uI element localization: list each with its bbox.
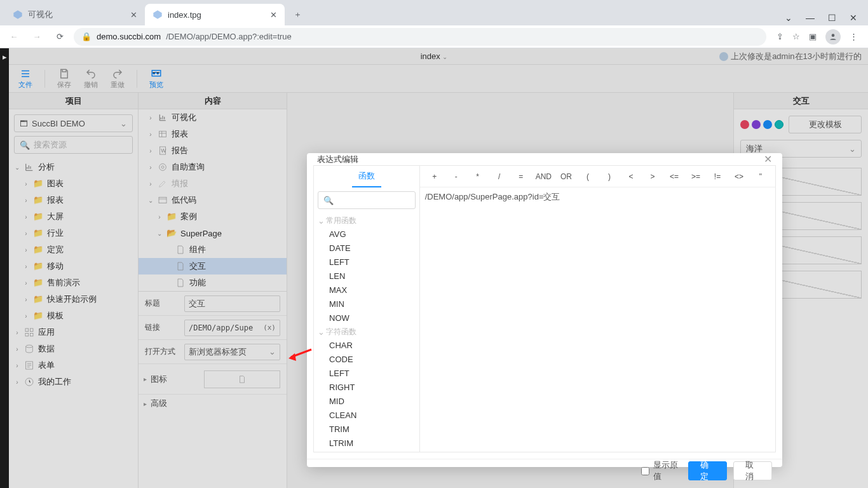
tree-mywork[interactable]: ›我的工作 [14, 374, 133, 390]
chevron-down-icon[interactable]: ⌄ [779, 13, 798, 23]
change-template-button[interactable]: 更改模板 [789, 116, 862, 133]
operator-<=[interactable]: <= [665, 171, 684, 182]
content-reporttbl[interactable]: ›报表 [139, 126, 287, 142]
tree-apps[interactable]: ›应用 [14, 324, 133, 341]
tree-fixed[interactable]: ›📁定宽 [14, 241, 133, 258]
content-comp[interactable]: 组件 [139, 241, 287, 258]
function-tab[interactable]: 函数 [352, 166, 381, 187]
content-selfquery[interactable]: ›自助查询 [139, 159, 287, 175]
content-lowcode[interactable]: ⌄低代码 [139, 192, 287, 208]
function-item[interactable]: LEFT [314, 367, 419, 381]
link-input[interactable]: /DEMO/app/Supe(x) [184, 320, 280, 336]
new-tab-button[interactable]: ＋ [288, 6, 306, 24]
file-button[interactable]: 文件 [13, 66, 38, 92]
expand-handle[interactable]: ▸ [0, 48, 9, 65]
operator-/[interactable]: / [490, 171, 509, 182]
tree-industry[interactable]: ›📁行业 [14, 225, 133, 241]
operator-!=[interactable]: != [708, 171, 727, 182]
star-icon[interactable]: ☆ [792, 32, 800, 41]
content-fill[interactable]: ›填报 [139, 175, 287, 192]
browser-tab-2[interactable]: index.tpg ✕ [145, 4, 285, 25]
function-item[interactable]: DATE [314, 241, 419, 255]
advanced-section[interactable]: ▸高级 [139, 395, 287, 412]
tree-bigscreen[interactable]: ›📁大屏 [14, 208, 133, 225]
function-item[interactable]: MAX [314, 283, 419, 297]
close-icon[interactable]: ✕ [764, 153, 772, 165]
chevron-down-icon[interactable]: ⌄ [442, 53, 447, 60]
content-visual[interactable]: ›可视化 [139, 109, 287, 126]
function-item[interactable]: NOW [314, 311, 419, 325]
tree-reports[interactable]: ›📁报表 [14, 192, 133, 208]
function-item[interactable]: AVG [314, 227, 419, 241]
operator-<>[interactable]: <> [729, 171, 749, 182]
tree-analysis[interactable]: ⌄分析 [14, 159, 133, 175]
search-input[interactable]: 🔍 搜索资源 [14, 136, 133, 154]
icon-section[interactable]: ▸图标 [139, 364, 287, 395]
operator-+[interactable]: + [425, 171, 444, 182]
url-field[interactable]: 🔒 demo.succbi.com/DEMO/app/DEMO.app?:edi… [74, 28, 766, 46]
operator-OR[interactable]: OR [557, 171, 576, 182]
profile-avatar[interactable] [825, 29, 841, 44]
tree-mobile[interactable]: ›📁移动 [14, 258, 133, 274]
operator-"[interactable]: " [751, 171, 770, 182]
content-report[interactable]: ›W报告 [139, 142, 287, 159]
close-window-icon[interactable]: ✕ [844, 13, 863, 23]
function-item[interactable]: LTRIM [314, 437, 419, 451]
function-item[interactable]: CLEAN [314, 409, 419, 423]
reload-button[interactable]: ⟳ [51, 28, 69, 46]
tree-presale[interactable]: ›📁售前演示 [14, 274, 133, 291]
function-item[interactable]: MIN [314, 297, 419, 311]
fx-button[interactable]: (x) [263, 323, 276, 332]
operator-*[interactable]: * [468, 171, 487, 182]
function-group[interactable]: ⌄字符函数 [314, 325, 419, 339]
browser-tab-1[interactable]: 可视化 ✕ [5, 4, 145, 25]
function-item[interactable]: LEN [314, 269, 419, 283]
ok-button[interactable]: 确定 [688, 461, 727, 480]
function-item[interactable]: CHAR [314, 339, 419, 353]
operator-AND[interactable]: AND [533, 171, 554, 182]
function-item[interactable]: CODE [314, 353, 419, 367]
content-superpage[interactable]: ⌄📂SuperPage [139, 225, 287, 241]
show-raw-checkbox[interactable]: 显示原值 [641, 459, 682, 482]
function-search[interactable]: 🔍 [318, 191, 416, 209]
icon-picker[interactable] [204, 370, 280, 388]
operator-=[interactable]: = [512, 171, 531, 182]
save-button[interactable]: 保存 [51, 66, 77, 92]
content-func[interactable]: 功能 [139, 274, 287, 291]
function-group[interactable]: ⌄常用函数 [314, 214, 419, 227]
open-select[interactable]: 新浏览器标签页⌄ [184, 344, 280, 360]
operator->[interactable]: > [643, 171, 662, 182]
project-selector[interactable]: 🗔SuccBI DEMO ⌄ [14, 114, 133, 132]
tree-quickstart[interactable]: ›📁快速开始示例 [14, 291, 133, 308]
share-icon[interactable]: ⇪ [776, 32, 783, 41]
tree-charts[interactable]: ›📁图表 [14, 175, 133, 192]
close-icon[interactable]: ✕ [130, 10, 137, 20]
operator--[interactable]: - [447, 171, 466, 182]
function-item[interactable]: MID [314, 395, 419, 409]
operator-([interactable]: ( [578, 171, 597, 182]
back-button[interactable]: ← [5, 28, 23, 46]
operator->=[interactable]: >= [686, 171, 705, 182]
operator-)[interactable]: ) [600, 171, 619, 182]
content-case[interactable]: ›📁案例 [139, 208, 287, 225]
undo-button[interactable]: 撤销 [78, 66, 104, 92]
maximize-icon[interactable]: ☐ [822, 13, 841, 23]
content-interact[interactable]: 交互 [139, 258, 287, 274]
redo-button[interactable]: 重做 [105, 66, 130, 92]
function-item[interactable]: LEFT [314, 255, 419, 269]
panel-icon[interactable]: ▣ [809, 32, 817, 41]
tree-forms[interactable]: ›表单 [14, 357, 133, 374]
tree-data[interactable]: ›数据 [14, 341, 133, 357]
close-icon[interactable]: ✕ [270, 10, 277, 20]
function-item[interactable]: TRIM [314, 423, 419, 437]
tree-template[interactable]: ›📁模板 [14, 308, 133, 324]
minimize-icon[interactable]: ― [801, 13, 820, 23]
cancel-button[interactable]: 取消 [733, 461, 772, 480]
function-item[interactable]: RIGHT [314, 381, 419, 395]
menu-icon[interactable]: ⋮ [850, 32, 858, 41]
operator-<[interactable]: < [621, 171, 641, 182]
title-input[interactable]: 交互 [184, 295, 280, 312]
expression-textarea[interactable]: /DEMO/app/SuperPage.app?id=交互 [420, 187, 775, 452]
preview-button[interactable]: 预览 [144, 66, 169, 92]
forward-button[interactable]: → [28, 28, 46, 46]
